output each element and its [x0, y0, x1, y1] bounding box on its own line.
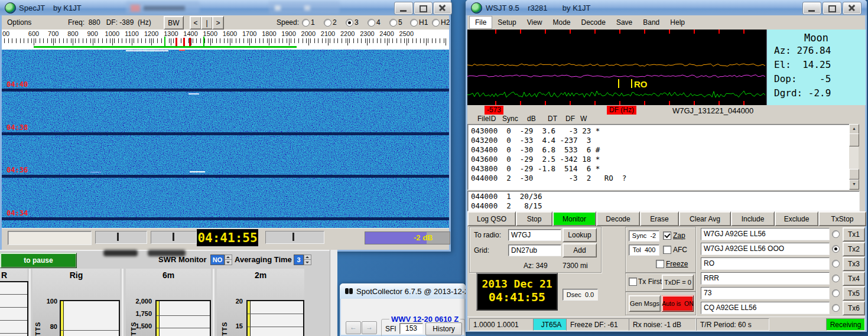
tx2-radio[interactable]: [832, 245, 840, 253]
sync-field[interactable]: Sync -2: [629, 230, 659, 242]
gen-msgs-button[interactable]: Gen Msgs: [629, 295, 661, 312]
txstop-button[interactable]: TxStop: [818, 211, 866, 226]
menu-file[interactable]: File: [469, 16, 492, 29]
frequency-scale[interactable]: 0060070080090010001100120013001400150016…: [2, 30, 449, 50]
monitor-button[interactable]: Monitor: [552, 211, 596, 226]
swr-monitor-value[interactable]: NO: [210, 255, 225, 265]
to-radio-field[interactable]: W7GJ: [508, 229, 561, 241]
tx1-message-field[interactable]: W7GJ A92GE LL56: [701, 228, 830, 240]
speed-radio-1[interactable]: [302, 19, 310, 27]
add-button[interactable]: Add: [563, 243, 597, 257]
contrast-slider[interactable]: [151, 231, 197, 244]
stop-button[interactable]: Stop: [516, 211, 552, 226]
decode-button[interactable]: Decode: [596, 211, 640, 226]
meter-plot[interactable]: [246, 300, 304, 336]
scroll-up-icon[interactable]: ▲: [849, 124, 859, 134]
tx4-radio[interactable]: [832, 275, 840, 282]
mode-status[interactable]: JT65A: [533, 318, 570, 331]
prev-arrow-button[interactable]: ←: [346, 321, 361, 334]
menu-view[interactable]: View: [522, 17, 548, 28]
averaging-time-value[interactable]: 3: [294, 255, 304, 265]
grid-field[interactable]: DN27ub: [508, 244, 561, 256]
nav-right-button[interactable]: >: [212, 16, 224, 30]
menu-decode[interactable]: Decode: [576, 17, 611, 28]
tx6-radio[interactable]: [832, 304, 840, 312]
tx5-button[interactable]: Tx5: [843, 286, 865, 301]
speed-radio-h2[interactable]: [432, 19, 440, 27]
meter-plot[interactable]: [60, 300, 120, 336]
df-marker-value: -573: [485, 106, 503, 115]
decode-text-area[interactable]: 043000 0 -29 3.6 -3 23 * 043200 0 -33 4.…: [467, 124, 850, 190]
dsec-field[interactable]: Dsec 0.0: [563, 289, 598, 301]
exclude-button[interactable]: Exclude: [775, 211, 818, 226]
pause-button[interactable]: to pause: [0, 253, 77, 268]
scrollbar-thumb[interactable]: [849, 133, 859, 146]
tx1-radio[interactable]: [832, 230, 840, 238]
tx-first-checkbox[interactable]: [629, 278, 637, 286]
tx3-message-field[interactable]: RO: [701, 257, 830, 270]
minimize-icon[interactable]: [394, 2, 413, 15]
options-menu[interactable]: Options: [7, 18, 31, 27]
tx6-message-field[interactable]: CQ A92GE LL56: [701, 302, 830, 314]
menu-save[interactable]: Save: [611, 17, 638, 28]
tx3-radio[interactable]: [832, 260, 840, 268]
tx3-button[interactable]: Tx3: [843, 257, 865, 271]
specjt-titlebar[interactable]: SpecJT by K1JT: [0, 0, 451, 15]
next-arrow-button[interactable]: →: [362, 321, 377, 334]
zero-slider[interactable]: [265, 231, 324, 244]
tx2-message-field[interactable]: W7GJ A92GE LL56 OOO: [701, 243, 830, 255]
freeze-checkbox[interactable]: [656, 260, 664, 268]
swr-spinner[interactable]: [225, 255, 231, 264]
specjt-bottom-bar: 04:41:55 -2 dB: [2, 228, 449, 249]
menu-mode[interactable]: Mode: [548, 17, 576, 28]
zap-checkbox[interactable]: [663, 231, 671, 240]
zap-label: Zap: [673, 231, 685, 240]
tx4-message-field[interactable]: RRR: [701, 272, 830, 285]
speed-radio-3[interactable]: [346, 19, 353, 27]
decode-scrollbar[interactable]: ▲ ▼: [849, 124, 859, 189]
tone-marker-red: [175, 38, 177, 46]
spectrum-graph[interactable]: RO: [467, 30, 766, 105]
menu-setup[interactable]: Setup: [492, 17, 521, 28]
speed-radio-5[interactable]: [389, 19, 397, 27]
maximize-icon[interactable]: [414, 2, 433, 15]
speed-radio-4[interactable]: [368, 19, 375, 27]
clear-avg-button[interactable]: Clear Avg: [679, 211, 731, 226]
nav-center-button[interactable]: |: [201, 16, 213, 30]
menu-help[interactable]: Help: [665, 17, 690, 28]
tx6-button[interactable]: Tx6: [843, 301, 865, 315]
minimize-icon[interactable]: [802, 2, 821, 15]
afc-checkbox[interactable]: [663, 246, 671, 254]
maximize-icon[interactable]: [823, 2, 841, 15]
meter-plot[interactable]: [155, 300, 211, 336]
tx4-button[interactable]: Tx4: [843, 272, 865, 286]
include-button[interactable]: Include: [731, 211, 775, 226]
auto-button[interactable]: Auto is ON: [662, 295, 694, 312]
log-qso-button[interactable]: Log QSO: [467, 211, 516, 226]
scrollbar-thumb-lower[interactable]: [849, 169, 859, 180]
txdf-button[interactable]: TxDF = 0: [662, 275, 694, 290]
sfi-value-field[interactable]: 153: [399, 323, 423, 334]
averaging-spinner[interactable]: [304, 255, 310, 264]
average-text-area[interactable]: 044000 1 20/36 044000 2 8/15: [467, 191, 860, 211]
tx2-button[interactable]: Tx2: [843, 242, 865, 256]
close-icon[interactable]: [433, 2, 452, 15]
tx5-radio[interactable]: [832, 289, 840, 297]
spotcollector-titlebar[interactable]: SpotCollector 6.7.5 @ 2013-12-21: [340, 283, 466, 299]
waterfall-display[interactable]: 04:40 04:38 04:36 04:34: [2, 50, 449, 228]
nav-left-button[interactable]: <: [190, 16, 201, 30]
speed-radio-2[interactable]: [324, 19, 331, 27]
tx5-message-field[interactable]: 73: [701, 287, 830, 299]
tol-field[interactable]: Tol 400: [629, 244, 659, 256]
tx1-button[interactable]: Tx1: [843, 227, 865, 242]
bw-button[interactable]: BW: [164, 16, 184, 30]
erase-button[interactable]: Erase: [640, 211, 679, 226]
history-button[interactable]: History: [425, 322, 462, 335]
menu-band[interactable]: Band: [638, 17, 665, 28]
lookup-button[interactable]: Lookup: [563, 228, 597, 242]
speed-radio-h1[interactable]: [410, 19, 418, 27]
gain-slider[interactable]: [95, 231, 147, 244]
scroll-down-icon[interactable]: ▼: [849, 180, 859, 190]
close-icon[interactable]: [843, 2, 862, 15]
wsjt-titlebar[interactable]: WSJT 9.5 r3281 by K1JT: [466, 0, 867, 15]
